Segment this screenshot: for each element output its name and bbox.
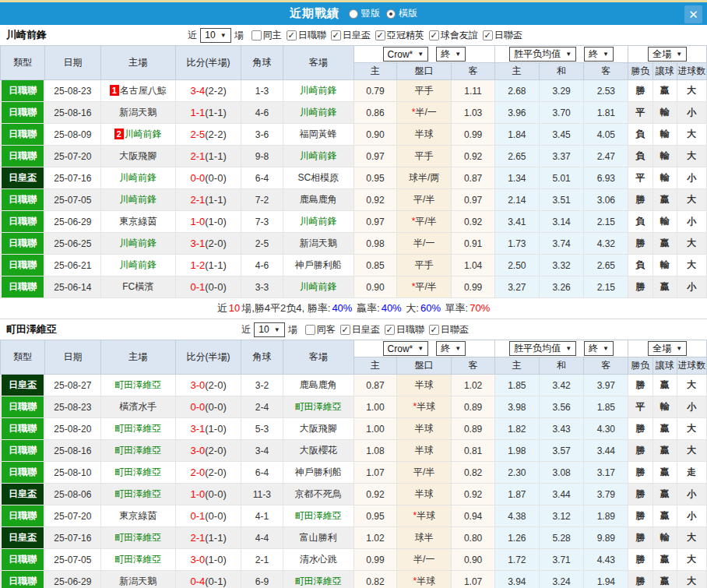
col-header-away: 客場 <box>283 340 354 375</box>
match-type-badge: 日職聯 <box>2 233 44 254</box>
handicap-text: 半球 <box>417 401 435 412</box>
away-team-cell: 川崎前鋒 <box>283 102 354 124</box>
match-date: 25-06-29 <box>45 571 100 588</box>
odds-final-select[interactable]: 終 ▼ <box>436 47 466 62</box>
fulltime-score: 0-1 <box>190 281 205 293</box>
home-team-cell: 町田澤維亞 <box>100 462 175 484</box>
match-type-cell: 日職聯 <box>1 396 45 418</box>
handicap-text: 平/半 <box>415 216 436 227</box>
handicap-text: 半球 <box>417 576 435 586</box>
match-type-badge: 日職聯 <box>2 462 44 483</box>
chevron-down-icon: ▼ <box>603 51 609 58</box>
col-header-corners: 角球 <box>241 340 283 375</box>
away-team-name: 川崎前鋒 <box>300 85 337 96</box>
rank-badge: 1 <box>110 85 119 96</box>
table-row: 日職聯25-08-16町田澤維亞3-0(2-0)3-4大阪櫻花1.08半球0.8… <box>1 440 707 462</box>
avg-away: 3.79 <box>584 484 628 505</box>
checkbox-unchecked-icon <box>305 325 315 335</box>
away-team-cell: 神戶勝利船 <box>283 462 354 484</box>
layout-radio-label: 豎版 <box>361 7 380 20</box>
match-date: 25-07-20 <box>45 505 100 527</box>
odds-final-select[interactable]: 終 ▼ <box>436 341 466 356</box>
away-team-name: 神戶勝利船 <box>295 259 342 270</box>
avg-away: 2.15 <box>584 211 628 233</box>
chevron-down-icon: ▼ <box>565 345 572 352</box>
fullgame-select[interactable]: 全場 ▼ <box>648 47 687 62</box>
result-handicap: 贏 <box>652 80 677 102</box>
match-type-cell: 日職聯 <box>1 549 45 571</box>
avg-final-select-value: 終 <box>589 48 598 61</box>
result-handicap: 輸 <box>652 396 677 418</box>
odds-company-select[interactable]: Crow* ▼ <box>383 341 429 356</box>
away-team-name: 大阪飛腳 <box>300 423 337 434</box>
handicap-text: 半球 <box>417 510 435 521</box>
league-checkbox[interactable]: ✓日職聯 <box>287 29 326 42</box>
league-checkbox[interactable]: ✓日聯盃 <box>483 29 522 42</box>
match-count-select[interactable]: 10▼ <box>200 28 230 43</box>
odds-home: 0.97 <box>354 211 396 233</box>
avg-away: 1.81 <box>584 102 628 124</box>
radio-unchecked-icon <box>349 9 358 19</box>
league-checkbox[interactable]: ✓日職聯 <box>385 323 424 336</box>
result-wdl: 勝 <box>628 505 652 527</box>
chevron-down-icon: ▼ <box>417 51 424 58</box>
league-checkbox[interactable]: ✓球會友誼 <box>429 29 478 42</box>
result-wdl: 勝 <box>628 233 652 255</box>
corners-cell: 7-3 <box>241 211 283 233</box>
col-header-avg-home: 主 <box>494 63 539 80</box>
fulltime-score: 3-0 <box>190 379 205 391</box>
league-checkbox[interactable]: ✓亞冠精英 <box>375 29 424 42</box>
result-wdl: 平 <box>628 102 652 124</box>
score-cell: 3-0(1-0) <box>175 549 241 571</box>
close-button[interactable]: ✕ <box>684 5 702 23</box>
fullgame-select-value: 全場 <box>652 342 671 355</box>
away-team-name: 町田澤維亞 <box>295 510 342 521</box>
match-type-badge: 日皇盃 <box>2 484 44 505</box>
odds-home: 1.00 <box>354 418 396 440</box>
avg-draw: 3.44 <box>539 484 583 505</box>
match-type-badge: 日職聯 <box>2 255 44 276</box>
matches-table: 類型 日期 主場 比分(半場) 角球 客場 Crow* ▼ 終 <box>0 340 707 588</box>
result-goals: 大 <box>677 375 706 396</box>
halftime-score: (0-1) <box>205 576 226 587</box>
avg-final-select[interactable]: 終 ▼ <box>584 341 614 356</box>
avg-draw: 3.12 <box>539 505 583 527</box>
home-team-cell: 新潟天鵝 <box>100 571 175 588</box>
home-team-cell: 町田澤維亞 <box>100 549 175 571</box>
odds-home: 0.95 <box>354 505 396 527</box>
same-venue-checkbox[interactable]: 同客 <box>305 323 336 336</box>
avg-home: 3.98 <box>494 396 539 418</box>
match-date: 25-08-16 <box>45 440 100 462</box>
avg-away: 4.30 <box>584 418 628 440</box>
result-wdl: 勝 <box>628 527 652 549</box>
odds-company-select[interactable]: Crow* ▼ <box>383 47 429 62</box>
col-header-odds-home: 主 <box>354 63 396 80</box>
league-checkbox[interactable]: ✓日聯盃 <box>429 323 469 336</box>
layout-radio-option[interactable]: 橫版 <box>386 7 417 20</box>
handicap-text: 半球 <box>415 445 434 456</box>
avg-type-select[interactable]: 胜平负均值 ▼ <box>509 341 576 356</box>
table-row: 日職聯25-06-29新潟天鵝0-4(0-1)6-9町田澤維亞0.82*半球1.… <box>1 571 707 588</box>
halftime-score: (2-0) <box>205 445 226 456</box>
avg-final-select-value: 終 <box>589 342 598 355</box>
layout-radio-option[interactable]: 豎版 <box>349 7 380 20</box>
league-checkbox[interactable]: ✓日皇盃 <box>340 323 380 336</box>
avg-final-select[interactable]: 終 ▼ <box>584 47 614 62</box>
away-team-cell: 神戶勝利船 <box>283 255 354 276</box>
home-team-cell: 1名古屋八鯨 <box>100 80 175 102</box>
match-count-select[interactable]: 10▼ <box>254 322 284 337</box>
avg-type-select[interactable]: 胜平负均值 ▼ <box>509 47 576 62</box>
col-header-result-goals: 进球数 <box>677 63 706 80</box>
odds-handicap: 球半 <box>397 527 452 549</box>
halftime-score: (0-0) <box>205 488 226 500</box>
away-team-name: 清水心跳 <box>300 554 337 565</box>
same-venue-checkbox[interactable]: 同主 <box>251 29 282 42</box>
match-type-cell: 日職聯 <box>1 255 45 276</box>
match-date: 25-07-20 <box>45 146 100 167</box>
result-goals: 大 <box>677 527 706 549</box>
result-wdl: 勝 <box>628 375 652 396</box>
league-checkbox[interactable]: ✓日皇盃 <box>331 29 371 42</box>
fulltime-score: 2-1 <box>190 532 205 544</box>
fullgame-select[interactable]: 全場 ▼ <box>648 341 687 356</box>
halftime-score: (2-2) <box>205 129 226 140</box>
